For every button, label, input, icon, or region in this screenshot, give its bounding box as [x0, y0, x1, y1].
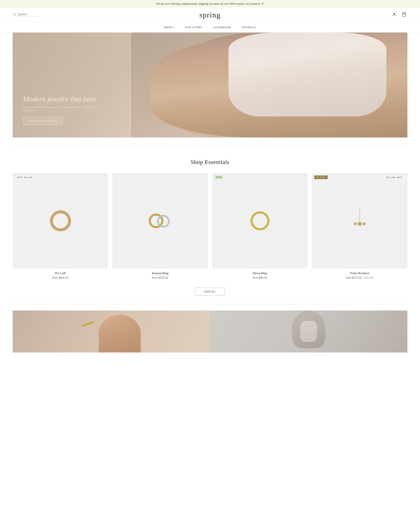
shop-essentials-section: Shop Essentials BEST SELLER Pia Cuff fro…	[0, 146, 420, 304]
product-price-pia-cuff: from $166.00	[13, 276, 108, 279]
product-name-tretis-necklace: Tretis Necklace	[312, 271, 407, 275]
sale-price: now $170.00	[346, 276, 361, 279]
cuff-shape	[47, 207, 74, 234]
essentials-separator	[13, 304, 407, 304]
account-icon	[392, 12, 396, 17]
products-grid: BEST SELLER Pia Cuff from $166.00 Emman …	[13, 173, 407, 279]
original-price: $198.00	[364, 276, 373, 279]
hero-title: Modern jewelry that lasts.	[23, 95, 107, 104]
nav-item-journal[interactable]: JOURNAL	[242, 26, 256, 29]
announcement-text: We are now offering complimentary shippi…	[156, 2, 264, 5]
badge-on-sale: ON SALE	[314, 175, 328, 179]
pia-cuff-illustration	[32, 192, 89, 249]
tretis-necklace-illustration	[331, 192, 388, 249]
nav-item-shop[interactable]: SHOP ▾	[164, 26, 174, 29]
pendant-large	[358, 222, 362, 226]
nav-item-our-story[interactable]: OUR STORY	[184, 26, 203, 29]
cart-icon	[402, 12, 407, 17]
stacked-rings-shape	[149, 212, 172, 229]
hero-cta-button[interactable]: SHOP NEW ARRIVALS	[23, 117, 62, 125]
svg-line-1	[15, 15, 16, 16]
hero-clothing	[228, 33, 386, 116]
product-card-pia-cuff[interactable]: BEST SELLER Pia Cuff from $166.00	[13, 173, 108, 279]
hand-shape	[99, 315, 141, 352]
product-image-dessa-ring: NEW	[212, 173, 308, 269]
main-nav: SHOP ▾ OUR STORY LOOKBOOK JOURNAL	[0, 22, 420, 33]
teaser-right	[210, 311, 407, 352]
hero-content: Modern jewelry that lasts. From the spar…	[23, 95, 107, 125]
header-icons	[391, 11, 407, 18]
hero-section: Modern jewelry that lasts. From the spar…	[13, 33, 407, 138]
product-name-dessa-ring: Dessa Ring	[212, 271, 308, 275]
necklace-chain	[359, 208, 360, 221]
nav-item-lookbook[interactable]: LOOKBOOK	[213, 26, 231, 29]
product-image-tretis-necklace: ON SALE SELLING FAST!	[312, 173, 407, 269]
announcement-bar: We are now offering complimentary shippi…	[0, 0, 420, 8]
essentials-title: Shop Essentials	[13, 159, 407, 166]
view-all-wrap: VIEW ALL	[13, 288, 407, 296]
dessa-ring-illustration	[231, 192, 289, 249]
necklace-shape	[351, 208, 368, 234]
search-icon	[13, 13, 16, 16]
hoop-ring-shape	[251, 211, 270, 230]
teaser-left	[13, 311, 210, 352]
product-price-tretis-necklace: now $170.00 $198.00	[312, 276, 407, 279]
emman-ring-illustration	[131, 192, 189, 249]
hero-subtitle: From the sparkliest peaks to the darkest…	[23, 105, 107, 112]
pendant-small-left	[354, 222, 357, 225]
badge-selling-fast: SELLING FAST!	[384, 175, 405, 180]
product-name-pia-cuff: Pia Cuff	[13, 271, 108, 275]
product-image-emman-ring	[112, 173, 208, 269]
view-all-button[interactable]: VIEW ALL	[195, 288, 225, 296]
ring-on-hand	[82, 321, 94, 327]
badge-best-seller: BEST SELLER	[15, 175, 35, 180]
necklace-pendants	[354, 222, 366, 226]
site-logo[interactable]: spring	[200, 10, 221, 19]
product-card-tretis-necklace[interactable]: ON SALE SELLING FAST! Tretis Necklace no	[312, 173, 407, 279]
chevron-down-icon: ▾	[173, 26, 174, 28]
account-button[interactable]	[391, 11, 397, 18]
product-card-emman-ring[interactable]: Emman Ring from $102.00	[112, 173, 208, 279]
svg-point-2	[393, 13, 395, 15]
header: spring	[0, 8, 420, 22]
search-form[interactable]	[13, 13, 38, 17]
portrait-body	[300, 321, 317, 342]
product-price-emman-ring: from $102.00	[112, 276, 208, 279]
bottom-teaser	[13, 311, 407, 352]
svg-point-0	[13, 13, 15, 15]
product-name-emman-ring: Emman Ring	[112, 271, 208, 275]
ring-silver	[157, 215, 170, 227]
cart-button[interactable]	[401, 11, 407, 18]
product-card-dessa-ring[interactable]: NEW Dessa Ring from $88.00	[212, 173, 308, 279]
product-price-dessa-ring: from $88.00	[212, 276, 308, 279]
product-image-pia-cuff: BEST SELLER	[13, 173, 108, 269]
pendant-small-right	[363, 222, 366, 225]
search-input[interactable]	[18, 13, 35, 16]
badge-new: NEW	[215, 175, 223, 179]
